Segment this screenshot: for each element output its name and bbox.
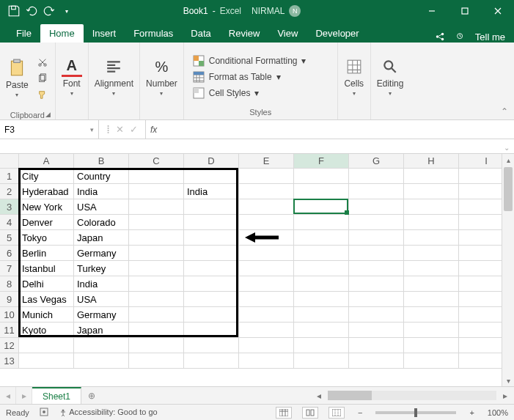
- cell[interactable]: Germany: [74, 307, 129, 323]
- cell[interactable]: Delhi: [19, 276, 74, 292]
- tab-insert[interactable]: Insert: [84, 24, 125, 43]
- row-header[interactable]: 2: [0, 184, 19, 199]
- row-header[interactable]: 3: [0, 199, 19, 215]
- cell[interactable]: [184, 230, 239, 246]
- cell[interactable]: [294, 215, 349, 230]
- undo-icon[interactable]: [25, 4, 38, 18]
- format-painter-icon[interactable]: [36, 88, 49, 101]
- cell[interactable]: [239, 338, 294, 353]
- cell[interactable]: [129, 215, 184, 230]
- zoom-in-button[interactable]: +: [466, 408, 477, 417]
- cell[interactable]: Istanbul: [19, 261, 74, 276]
- new-sheet-button[interactable]: ⊕: [81, 387, 102, 404]
- grid[interactable]: ABCDEFGHI1CityCountry2HyderabadIndiaIndi…: [0, 154, 514, 369]
- column-header[interactable]: B: [74, 154, 129, 169]
- cell[interactable]: [404, 230, 459, 246]
- cell[interactable]: [294, 199, 349, 215]
- paste-button[interactable]: Paste ▾: [6, 58, 29, 98]
- cell[interactable]: [349, 261, 404, 276]
- font-button[interactable]: A Font ▾: [62, 56, 82, 97]
- alignment-button[interactable]: Alignment ▾: [95, 56, 133, 97]
- cell[interactable]: [294, 323, 349, 338]
- enter-formula-icon[interactable]: ✓: [130, 124, 138, 135]
- cell[interactable]: [129, 261, 184, 276]
- cell[interactable]: [349, 292, 404, 307]
- tab-file[interactable]: File: [7, 24, 40, 43]
- zoom-level[interactable]: 100%: [488, 408, 508, 417]
- chevron-down-icon[interactable]: ▾: [90, 126, 94, 133]
- column-header[interactable]: D: [184, 154, 239, 169]
- cell[interactable]: [349, 276, 404, 292]
- cell[interactable]: [239, 169, 294, 184]
- cells-button[interactable]: Cells ▾: [344, 56, 364, 97]
- cell[interactable]: [404, 184, 459, 199]
- view-normal-icon[interactable]: [276, 407, 292, 419]
- tab-home[interactable]: Home: [40, 24, 84, 43]
- cell[interactable]: [294, 184, 349, 199]
- column-header[interactable]: E: [239, 154, 294, 169]
- cell[interactable]: Hyderabad: [19, 184, 74, 199]
- sheet-nav-prev-icon[interactable]: ◂: [0, 387, 16, 404]
- name-box[interactable]: F3 ▾: [0, 120, 99, 139]
- cell[interactable]: [239, 184, 294, 199]
- row-header[interactable]: 8: [0, 276, 19, 292]
- tab-view[interactable]: View: [268, 24, 306, 43]
- row-header[interactable]: 11: [0, 323, 19, 338]
- cell[interactable]: [294, 338, 349, 353]
- cell[interactable]: [184, 246, 239, 261]
- cut-icon[interactable]: [36, 56, 49, 69]
- cell[interactable]: [349, 199, 404, 215]
- cell[interactable]: Tokyo: [19, 230, 74, 246]
- cell[interactable]: India: [74, 184, 129, 199]
- cell[interactable]: Las Vegas: [19, 292, 74, 307]
- cell[interactable]: [129, 292, 184, 307]
- avatar[interactable]: N: [289, 5, 301, 17]
- cell[interactable]: [239, 261, 294, 276]
- cell[interactable]: [184, 276, 239, 292]
- save-icon[interactable]: [7, 4, 21, 18]
- scroll-left-icon[interactable]: ◂: [313, 391, 325, 401]
- cell[interactable]: [239, 215, 294, 230]
- row-header[interactable]: 7: [0, 261, 19, 276]
- cell[interactable]: [294, 292, 349, 307]
- zoom-out-button[interactable]: −: [355, 408, 365, 417]
- row-header[interactable]: 12: [0, 338, 19, 353]
- cell[interactable]: [239, 292, 294, 307]
- cell[interactable]: [294, 276, 349, 292]
- cell[interactable]: [239, 230, 294, 246]
- cell[interactable]: [349, 246, 404, 261]
- cell[interactable]: New York: [19, 199, 74, 215]
- cell[interactable]: [404, 246, 459, 261]
- cell[interactable]: [404, 261, 459, 276]
- scroll-thumb[interactable]: [328, 391, 372, 400]
- cell[interactable]: [129, 184, 184, 199]
- cell[interactable]: Berlin: [19, 246, 74, 261]
- redo-icon[interactable]: [43, 4, 56, 18]
- share-icon[interactable]: [434, 31, 446, 43]
- tell-me-icon[interactable]: [455, 31, 466, 43]
- view-page-break-icon[interactable]: [328, 407, 345, 419]
- tab-formulas[interactable]: Formulas: [125, 24, 182, 43]
- macro-record-icon[interactable]: [40, 408, 48, 418]
- expand-formula-bar-icon[interactable]: ⌄: [504, 144, 510, 152]
- scroll-down-icon[interactable]: ▾: [502, 375, 514, 386]
- formula-input[interactable]: [161, 120, 514, 139]
- cell[interactable]: Country: [74, 169, 129, 184]
- column-header[interactable]: F: [294, 154, 349, 169]
- column-header[interactable]: C: [129, 154, 184, 169]
- worksheet-area[interactable]: ABCDEFGHI1CityCountry2HyderabadIndiaIndi…: [0, 154, 514, 386]
- cell[interactable]: [404, 323, 459, 338]
- cell[interactable]: [184, 261, 239, 276]
- scroll-up-icon[interactable]: ▴: [502, 154, 514, 166]
- cell[interactable]: [404, 292, 459, 307]
- scroll-thumb[interactable]: [504, 167, 513, 211]
- sheet-tab-active[interactable]: Sheet1: [32, 387, 81, 404]
- column-header[interactable]: G: [349, 154, 404, 169]
- cell[interactable]: [239, 307, 294, 323]
- namebox-functions-icon[interactable]: ⁞: [106, 122, 110, 136]
- horizontal-scrollbar[interactable]: ◂ ▸: [102, 387, 514, 404]
- zoom-slider[interactable]: [375, 411, 456, 414]
- cell[interactable]: [129, 246, 184, 261]
- tab-data[interactable]: Data: [182, 24, 219, 43]
- cell[interactable]: [129, 323, 184, 338]
